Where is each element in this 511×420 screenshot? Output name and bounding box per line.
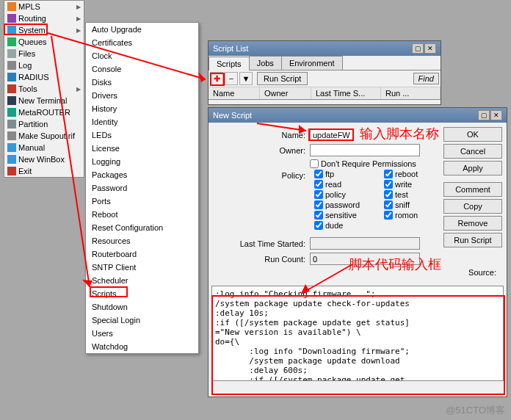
close-icon[interactable]: ✕ — [424, 43, 436, 54]
submenu-resources[interactable]: Resources — [86, 234, 198, 247]
script-list-tabs: Scripts Jobs Environment — [209, 56, 441, 70]
script-list-window: Script List ▢✕ Scripts Jobs Environment … — [208, 40, 441, 105]
side-routing[interactable]: Routing▶ — [4, 12, 84, 24]
side-tools[interactable]: Tools▶ — [4, 83, 84, 95]
add-button[interactable]: ✚ — [210, 72, 223, 85]
new-script-titlebar[interactable]: New Script ▢✕ — [209, 108, 507, 123]
svg-marker-1 — [198, 72, 206, 82]
submenu-ports[interactable]: Ports — [86, 195, 198, 208]
submenu-routerboard[interactable]: Routerboard — [86, 247, 198, 261]
find-button[interactable]: Find — [413, 73, 439, 84]
submenu-console[interactable]: Console — [86, 62, 198, 76]
policy-password[interactable]: password — [314, 200, 369, 209]
source-textarea[interactable]: :log info "Checking firmware..."; /syste… — [211, 286, 504, 381]
side-system[interactable]: System▶ — [4, 24, 84, 36]
policy-write[interactable]: write — [384, 180, 439, 189]
submenu-users[interactable]: Users — [86, 327, 198, 340]
new-script-window: New Script ▢✕ OK Cancel Apply Comment Co… — [208, 107, 507, 397]
policy-[interactable] — [384, 221, 439, 230]
side-newwinbox[interactable]: New WinBox — [4, 153, 84, 165]
name-label: Name: — [214, 131, 310, 140]
dont-require-check[interactable]: Don't Require Permissions — [310, 159, 416, 168]
filter-button[interactable]: ▼ — [239, 72, 253, 85]
side-newterminal[interactable]: New Terminal — [4, 95, 84, 106]
side-manual[interactable]: Manual — [4, 142, 84, 153]
policy-romon[interactable]: romon — [384, 211, 439, 220]
submenu-watchdog[interactable]: Watchdog — [86, 340, 198, 353]
owner-label: Owner: — [214, 146, 310, 155]
side-exit[interactable]: Exit — [4, 165, 84, 177]
annotation-source: 脚本代码输入框 — [349, 256, 441, 273]
submenu-reset-configuration[interactable]: Reset Configuration — [86, 221, 198, 234]
side-metarouter[interactable]: MetaROUTER — [4, 106, 84, 118]
close-icon[interactable]: ✕ — [490, 110, 502, 120]
watermark: @51CTO博客 — [446, 404, 505, 417]
submenu-auto-upgrade[interactable]: Auto Upgrade — [86, 23, 198, 36]
tab-scripts[interactable]: Scripts — [209, 57, 250, 70]
side-radius[interactable]: RADIUS — [4, 71, 84, 83]
policy-dude[interactable]: dude — [314, 221, 369, 230]
runcount-label: Run Count: — [214, 255, 310, 264]
submenu-shutdown[interactable]: Shutdown — [86, 300, 198, 314]
tab-jobs[interactable]: Jobs — [249, 56, 282, 70]
owner-input[interactable] — [310, 144, 420, 156]
side-mpls[interactable]: MPLS▶ — [4, 1, 84, 12]
submenu-identity[interactable]: Identity — [86, 115, 198, 128]
col-name[interactable]: Name — [209, 87, 260, 99]
side-log[interactable]: Log — [4, 59, 84, 71]
policy-reboot[interactable]: reboot — [384, 170, 439, 178]
policy-read[interactable]: read — [314, 180, 369, 189]
minus-icon: − — [229, 74, 233, 83]
submenu-certificates[interactable]: Certificates — [86, 36, 198, 49]
runscript-button[interactable]: Run Script — [443, 233, 502, 247]
lasttime-field — [310, 237, 420, 250]
comment-button[interactable]: Comment — [443, 182, 502, 197]
remove-button[interactable]: Remove — [443, 216, 502, 231]
annotation-name: 输入脚本名称 — [360, 125, 439, 142]
side-queues[interactable]: Queues — [4, 36, 84, 48]
submenu-history[interactable]: History — [86, 102, 198, 115]
script-grid-header: Name Owner Last Time S... Run ... — [209, 87, 441, 100]
plus-icon: ✚ — [214, 74, 220, 84]
policy-label: Policy: — [214, 171, 310, 180]
col-run[interactable]: Run ... — [381, 87, 441, 99]
submenu-scheduler[interactable]: Scheduler — [86, 274, 198, 287]
submenu-drivers[interactable]: Drivers — [86, 89, 198, 102]
side-partition[interactable]: Partition — [4, 118, 84, 130]
run-script-button[interactable]: Run Script — [257, 72, 308, 85]
script-list-toolbar: ✚ − ▼ Run Script Find — [209, 70, 441, 87]
col-lasttime[interactable]: Last Time S... — [311, 87, 381, 99]
col-owner[interactable]: Owner — [260, 87, 311, 99]
submenu-scripts[interactable]: Scripts — [86, 287, 198, 300]
min-icon[interactable]: ▢ — [478, 110, 490, 120]
apply-button[interactable]: Apply — [443, 161, 502, 175]
funnel-icon: ▼ — [242, 74, 250, 83]
submenu-sntp-client[interactable]: SNTP Client — [86, 261, 198, 274]
side-files[interactable]: Files — [4, 48, 84, 59]
copy-button[interactable]: Copy — [443, 199, 502, 214]
policy-sensitive[interactable]: sensitive — [314, 211, 369, 220]
policy-test[interactable]: test — [384, 190, 439, 199]
system-submenu: Auto UpgradeCertificatesClockConsoleDisk… — [85, 22, 199, 354]
submenu-leds[interactable]: LEDs — [86, 128, 198, 142]
side-supout[interactable]: Make Supout.rif — [4, 130, 84, 142]
submenu-packages[interactable]: Packages — [86, 168, 198, 181]
remove-button[interactable]: − — [225, 72, 238, 85]
cancel-button[interactable]: Cancel — [443, 144, 502, 159]
submenu-license[interactable]: License — [86, 142, 198, 155]
tab-environment[interactable]: Environment — [281, 56, 343, 70]
sidebar: MPLS▶ Routing▶ System▶ Queues Files Log … — [4, 0, 84, 178]
ok-button[interactable]: OK — [443, 127, 502, 142]
policy-policy[interactable]: policy — [314, 190, 369, 199]
submenu-special-login[interactable]: Special Login — [86, 314, 198, 327]
policy-ftp[interactable]: ftp — [314, 170, 369, 178]
submenu-logging[interactable]: Logging — [86, 155, 198, 168]
submenu-password[interactable]: Password — [86, 181, 198, 195]
submenu-disks[interactable]: Disks — [86, 76, 198, 89]
submenu-clock[interactable]: Clock — [86, 49, 198, 62]
name-input[interactable] — [310, 128, 354, 141]
policy-sniff[interactable]: sniff — [384, 200, 439, 209]
submenu-reboot[interactable]: Reboot — [86, 208, 198, 221]
min-icon[interactable]: ▢ — [412, 43, 424, 54]
script-list-titlebar[interactable]: Script List ▢✕ — [209, 41, 441, 56]
